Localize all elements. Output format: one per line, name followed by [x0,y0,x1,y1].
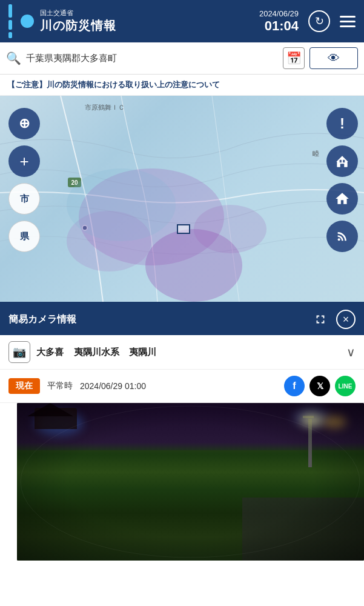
city-label: 市 [20,193,29,205]
panel-title: 簡易カメラ情報 [8,313,76,326]
prefecture-filter-button[interactable]: 県 [8,221,40,252]
svg-point-10 [338,238,340,241]
building1-icon [334,153,350,169]
status-normal-label: 平常時 [47,381,73,391]
camera-location-text: 大多喜 夷隅川水系 夷隅川 [36,347,156,358]
building1-button[interactable] [326,145,358,177]
current-date: 2024/06/29 [259,9,299,18]
notice-text: 【ご注意】川の防災情報における取り扱い上の注意について [7,80,220,89]
map-controls-right: ! [326,108,358,252]
bottom-panel: 簡易カメラ情報 × 📷 大多喜 夷隅川水系 夷隅川 ∨ [0,302,364,569]
logo-text: 国土交通省 川の防災情報 [40,8,116,34]
social-share-area: f 𝕏 LINE [284,376,356,396]
panel-actions: × [311,310,356,329]
fullscreen-button[interactable] [311,310,330,329]
svg-rect-8 [340,160,342,162]
fullscreen-icon [314,313,327,326]
camera-expand-button[interactable]: ∨ [346,345,356,359]
svg-point-11 [21,406,360,558]
map-area[interactable]: 20 市原鶴舞ＩＣ 睦 ⊕ + 市 県 ! [0,96,364,302]
map-background [0,96,364,302]
alert-button[interactable]: ! [326,108,358,139]
status-datetime: 2024/06/29 01:00 [80,381,277,391]
rss-icon [336,230,349,243]
camera-image [17,403,364,561]
calendar-icon: 📅 [286,51,302,65]
app-title: 川の防災情報 [40,18,116,34]
current-time: 01:04 [259,18,299,34]
search-input[interactable] [26,53,278,64]
building2-button[interactable] [326,183,358,215]
map-area-label: 市原鶴舞ＩＣ [85,103,125,112]
city-filter-button[interactable]: 市 [8,183,40,215]
header-right: 2024/06/29 01:04 ↻ [259,9,356,34]
prefecture-label: 県 [20,231,29,242]
camera-symbol: 📷 [13,345,26,359]
logo-bars-icon [8,4,12,38]
calendar-button[interactable]: 📅 [283,47,305,69]
status-now-badge: 現在 [8,378,40,394]
fisheye-overlay [17,403,364,561]
eye-icon: 👁 [328,52,340,65]
panel-header: 簡易カメラ情報 × [0,304,364,335]
status-bar: 現在 平常時 2024/06/29 01:00 f 𝕏 LINE [0,370,364,403]
refresh-button[interactable]: ↻ [308,10,330,32]
logo-area: 国土交通省 川の防災情報 [8,4,116,38]
app-header: 国土交通省 川の防災情報 2024/06/29 01:04 ↻ [0,0,364,42]
facebook-share-button[interactable]: f [284,376,305,396]
ministry-emblem-icon [21,15,34,28]
eye-button[interactable]: 👁 [309,47,358,69]
camera-icon: 📷 [8,341,30,363]
menu-line-icon [340,16,356,18]
rss-button[interactable] [326,221,358,252]
locate-button[interactable]: ⊕ [8,108,40,139]
map-controls-left: ⊕ + 市 県 [8,108,40,252]
camera-info-left: 📷 大多喜 夷隅川水系 夷隅川 [8,341,156,363]
line-share-button[interactable]: LINE [335,376,356,396]
notice-bar[interactable]: 【ご注意】川の防災情報における取り扱い上の注意について [0,75,364,96]
search-icon: 🔍 [6,51,21,65]
hamburger-menu-button[interactable] [340,16,356,27]
close-panel-button[interactable]: × [336,310,356,329]
camera-image-wrapper [0,403,364,569]
map-location-marker [177,224,190,234]
datetime-display: 2024/06/29 01:04 [259,9,299,34]
search-bar: 🔍 📅 👁 [0,42,364,75]
twitter-share-button[interactable]: 𝕏 [309,376,330,396]
zoom-in-button[interactable]: + [8,145,40,177]
building2-icon [334,191,350,207]
camera-info-bar: 📷 大多喜 夷隅川水系 夷隅川 ∨ [0,335,364,370]
menu-line-icon [340,21,356,22]
menu-line-icon [340,25,356,27]
svg-rect-9 [343,160,345,162]
ministry-name: 国土交通省 [40,8,116,18]
